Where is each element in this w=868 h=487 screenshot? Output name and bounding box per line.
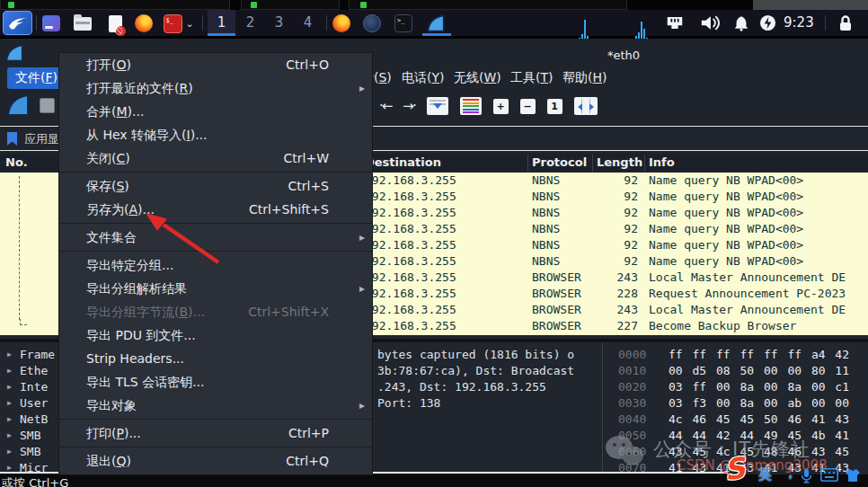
wireshark-window-button[interactable] (426, 13, 446, 33)
globe-window-button[interactable] (362, 13, 382, 33)
sogou-ime-bar: S 英 ， (719, 445, 868, 487)
firefox-icon[interactable] (134, 13, 154, 33)
separator (825, 15, 826, 31)
menu-file[interactable]: 文件(F) (7, 67, 66, 89)
terminal-window-button[interactable]: >_ (394, 13, 413, 33)
wireshark-fin-icon (426, 13, 446, 33)
ime-language-toggle[interactable]: 英 (758, 466, 772, 483)
menu-item-close[interactable]: 关闭(C)Ctrl+W (59, 146, 372, 170)
zoom-reset-button[interactable]: 1 (547, 99, 562, 114)
menu-item-export-objects[interactable]: 导出对象 (59, 394, 372, 417)
start-capture-button[interactable] (5, 93, 31, 118)
menu-item-strip-headers[interactable]: Strip Headers... (59, 347, 372, 370)
expand-arrow-icon[interactable]: ▶ (7, 444, 12, 460)
separator (36, 15, 37, 31)
col-destination[interactable]: Destination (365, 155, 441, 169)
window-title: *eth0 (607, 49, 640, 62)
menu-item-export-packet-bytes[interactable]: 导出分组字节流(B)...Ctrl+Shift+X (59, 300, 372, 323)
expand-arrow-icon[interactable]: ▶ (7, 412, 12, 428)
workspace-3[interactable]: 3 (265, 10, 293, 36)
menu-item-print[interactable]: 打印(P)...Ctrl+P (59, 421, 372, 445)
cut-window (349, 0, 627, 10)
menu-item-export-specified-packets[interactable]: 导出特定分组... (59, 253, 372, 277)
zoom-in-button[interactable]: + (493, 99, 509, 114)
filter-input[interactable]: 应用显 (24, 131, 59, 147)
hex-row: 005044 44 42 44 49 45 4b 41 (607, 428, 868, 444)
top-window-strip (0, 0, 868, 10)
pane-divider[interactable] (602, 342, 603, 472)
cut-window (753, 0, 868, 10)
expand-arrow-icon[interactable]: ▶ (7, 363, 12, 379)
menu-wireless[interactable]: 无线(W) (454, 70, 501, 86)
separator (202, 15, 203, 31)
toolbar: ·← →· + − 1 (379, 94, 598, 118)
menu-tools[interactable]: 工具(T) (510, 70, 554, 86)
hex-row: 002003 ff 00 8a 00 8a 00 c1 (607, 379, 868, 395)
workspace-2[interactable]: 2 (236, 10, 264, 36)
window-icon (8, 2, 14, 8)
active-window-indicator (422, 33, 451, 36)
menu-item-open[interactable]: 打开(O)Ctrl+O (59, 53, 372, 76)
menu-item-open-recent[interactable]: 打开最近的文件(R) (59, 76, 372, 100)
menu-item-quit[interactable]: 退出(Q)Ctrl+Q (59, 449, 372, 473)
workspace-1[interactable]: 1 (208, 10, 235, 36)
menu-item-file-set[interactable]: 文件集合 (59, 226, 372, 249)
menu-item-export-dissections[interactable]: 导出分组解析结果 (59, 277, 372, 300)
lock-icon[interactable] (837, 14, 854, 32)
filter-bookmark-icon[interactable] (5, 131, 20, 146)
workspace-4[interactable]: 4 (294, 10, 322, 36)
volume-icon[interactable] (700, 14, 720, 31)
menu-item-import-hex[interactable]: 从 Hex 转储导入(I)... (59, 123, 372, 146)
power-icon[interactable] (759, 14, 776, 31)
clock[interactable]: 9:23 (784, 10, 814, 36)
menu-telephony[interactable]: 电话(Y) (402, 70, 445, 86)
col-no[interactable]: No. (5, 155, 28, 169)
menu-item-export-tls-keys[interactable]: 导出 TLS 会话密钥... (59, 370, 372, 394)
zoom-out-button[interactable]: − (520, 99, 536, 114)
window-icon (360, 2, 367, 8)
expand-arrow-icon[interactable]: ▶ (7, 379, 12, 395)
hex-row: 003003 f3 00 8a 00 ab 00 00 (607, 395, 868, 412)
col-length[interactable]: Length (597, 155, 642, 169)
sogou-logo[interactable]: S (722, 451, 747, 487)
folder-icon[interactable] (73, 13, 93, 33)
menu-item-save[interactable]: 保存(S)Ctrl+S (59, 174, 372, 198)
cut-window (241, 0, 340, 10)
separator (326, 15, 327, 31)
taskbar: $_ ⌄ 1 2 3 4 >_ (0, 10, 868, 36)
window-icon (251, 2, 257, 8)
menu-item-save-as[interactable]: 另存为(A)...Ctrl+Shift+S (59, 198, 372, 221)
expand-arrow-icon[interactable]: ▶ (7, 347, 12, 363)
bell-icon[interactable] (732, 14, 750, 31)
microphone-icon[interactable] (800, 468, 813, 483)
kali-menu-button[interactable] (3, 11, 32, 35)
expand-arrow-icon[interactable]: ▶ (7, 395, 12, 412)
cut-window (0, 0, 230, 10)
col-protocol[interactable]: Protocol (532, 155, 587, 169)
go-back-button[interactable]: ·← (379, 98, 391, 114)
keyboard-icon[interactable] (820, 468, 838, 482)
resize-columns-button[interactable] (574, 97, 598, 115)
col-info[interactable]: Info (649, 155, 675, 169)
ethernet-icon[interactable] (665, 14, 685, 31)
related-packets-line (19, 176, 26, 320)
terminal-icon[interactable]: $_ (163, 13, 182, 33)
chevron-down-icon[interactable]: ⌄ (184, 13, 195, 33)
stop-capture-button[interactable] (40, 98, 55, 113)
menu-help[interactable]: 帮助(H) (562, 70, 607, 86)
menu-item-export-pdus[interactable]: 导出 PDU 到文件... (59, 323, 372, 347)
auto-scroll-button[interactable] (427, 97, 448, 115)
menu-item-merge[interactable]: 合并(M)... (59, 100, 372, 123)
firefox-window-button[interactable] (332, 13, 351, 33)
colorize-button[interactable] (460, 97, 482, 115)
skin-icon[interactable] (845, 468, 861, 483)
expand-arrow-icon[interactable]: ▶ (7, 428, 12, 444)
hex-row: 00404c 46 45 45 50 46 41 43 (607, 412, 868, 428)
file-manager-icon[interactable] (41, 13, 61, 33)
ime-punctuation-toggle[interactable]: ， (784, 465, 797, 482)
kali-dragon-icon (7, 14, 29, 32)
hex-row: 001000 d5 08 50 00 00 80 11 (607, 363, 868, 379)
document-icon[interactable] (105, 13, 125, 33)
file-menu: 打开(O)Ctrl+O 打开最近的文件(R) 合并(M)... 从 Hex 转储… (58, 52, 373, 475)
go-forward-button[interactable]: →· (403, 98, 414, 114)
